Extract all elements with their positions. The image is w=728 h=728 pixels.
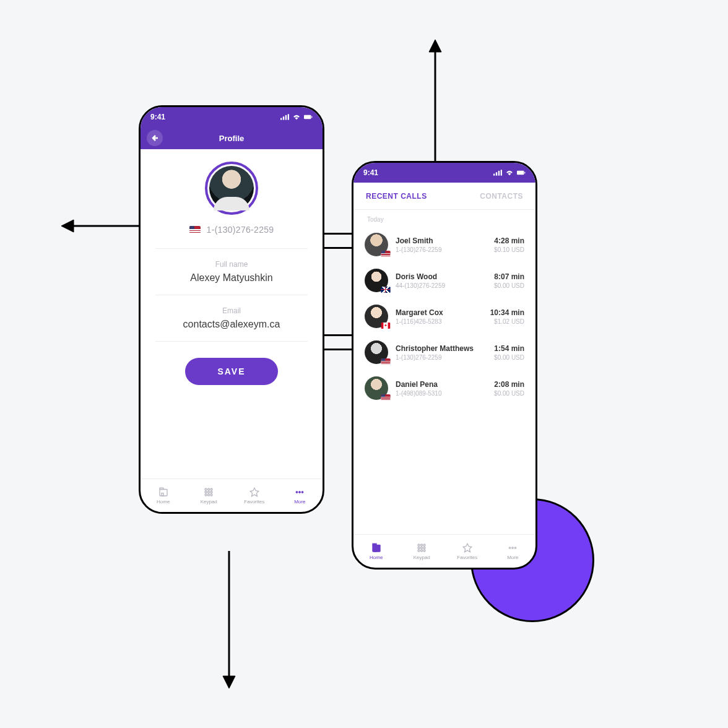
tab-keypad[interactable]: Keypad	[399, 535, 445, 568]
more-icon	[507, 542, 518, 553]
svg-point-37	[421, 544, 423, 546]
svg-point-23	[210, 494, 212, 496]
flag-icon-us	[381, 251, 390, 257]
section-today: Today	[353, 210, 535, 227]
calls-sub-tabs: RECENT CALLS CONTACTS	[353, 183, 535, 210]
flag-icon-us	[381, 358, 390, 365]
tab-more-label: More	[294, 499, 305, 505]
call-row[interactable]: Christopher Matthews 1-(130)276-2259 1:5…	[353, 334, 535, 370]
call-name: Joel Smith	[396, 236, 487, 245]
home-icon	[371, 542, 382, 553]
tab-favorites-label: Favorites	[244, 499, 264, 505]
svg-point-38	[423, 544, 425, 546]
tab-home-label: Home	[370, 555, 383, 560]
svg-marker-5	[223, 676, 235, 688]
call-name: Christopher Matthews	[396, 344, 487, 353]
tab-more[interactable]: More	[490, 535, 536, 568]
avatar	[365, 305, 388, 328]
call-name: Doris Wood	[396, 272, 487, 281]
svg-rect-13	[162, 493, 163, 496]
save-button[interactable]: SAVE	[185, 358, 278, 385]
svg-rect-28	[496, 172, 497, 175]
svg-point-18	[205, 492, 207, 493]
call-row[interactable]: Joel Smith 1-(130)276-2259 4:28 min $0.1…	[353, 227, 535, 262]
tab-home-label: Home	[157, 499, 170, 505]
more-icon	[294, 487, 305, 498]
fullname-value: Alexey Matyushkin	[155, 272, 308, 284]
tab-keypad-label: Keypad	[201, 499, 217, 505]
tab-recent-calls[interactable]: RECENT CALLS	[366, 192, 427, 201]
call-phone: 1-(130)276-2259	[396, 354, 487, 361]
call-duration: 4:28 min	[494, 236, 524, 245]
svg-rect-32	[524, 172, 525, 174]
status-bar: 9:41	[141, 107, 323, 127]
call-cost: $0.00 USD	[494, 354, 524, 361]
avatar-image	[209, 166, 254, 210]
avatar[interactable]	[205, 162, 258, 215]
call-cost: $1.02 USD	[490, 318, 524, 325]
tab-contacts[interactable]: CONTACTS	[480, 192, 523, 201]
fullname-field[interactable]: Full name Alexey Matyushkin	[155, 249, 308, 295]
svg-point-40	[421, 547, 423, 549]
call-duration: 8:07 min	[494, 272, 524, 281]
calls-list[interactable]: Today Joel Smith 1-(130)276-2259 4:28 mi…	[353, 210, 535, 534]
tab-favorites[interactable]: Favorites	[444, 535, 490, 568]
call-phone: 1-(130)276-2259	[396, 246, 487, 253]
tab-bar: Home Keypad Favorites More	[141, 479, 323, 512]
profile-phone: 1-(130)276-2259	[155, 225, 308, 249]
svg-rect-7	[283, 116, 284, 119]
battery-icon	[517, 170, 526, 176]
call-row[interactable]: Margaret Cox 1-(116)426-5283 10:34 min $…	[353, 298, 535, 334]
call-phone: 1-(116)426-5283	[396, 318, 483, 325]
tab-favorites-label: Favorites	[457, 555, 477, 560]
phone-calls: 9:41 RECENT CALLS CONTACTS Today Joel Sm…	[352, 161, 537, 570]
svg-point-21	[205, 494, 207, 496]
tab-home[interactable]: Home	[353, 535, 399, 568]
avatar	[365, 340, 388, 364]
back-arrow-icon	[151, 134, 158, 142]
svg-point-24	[296, 492, 298, 493]
signal-icon	[280, 114, 289, 120]
svg-point-46	[512, 547, 514, 549]
call-row[interactable]: Daniel Pena 1-(498)089-5310 2:08 min $0.…	[353, 370, 535, 406]
email-value: contacts@alexeym.ca	[155, 319, 308, 330]
svg-rect-10	[304, 115, 311, 119]
svg-point-19	[208, 492, 210, 493]
call-row[interactable]: Doris Wood 44-(130)276-2259 8:07 min $0.…	[353, 262, 535, 298]
tab-favorites[interactable]: Favorites	[232, 479, 277, 512]
keypad-icon	[203, 487, 214, 498]
svg-point-25	[299, 492, 301, 493]
svg-point-42	[418, 550, 420, 552]
svg-point-45	[509, 547, 511, 549]
email-field[interactable]: Email contacts@alexeym.ca	[155, 295, 308, 342]
svg-point-44	[423, 550, 425, 552]
call-cost: $0.10 USD	[494, 246, 524, 253]
call-cost: $0.00 USD	[494, 390, 524, 397]
star-icon	[249, 487, 260, 498]
flag-icon-us	[189, 226, 201, 233]
fullname-label: Full name	[155, 260, 308, 269]
tab-more[interactable]: More	[277, 479, 323, 512]
svg-point-16	[208, 488, 210, 490]
svg-point-20	[210, 492, 212, 493]
profile-phone-number: 1-(130)276-2259	[207, 225, 274, 235]
signal-icon	[493, 170, 502, 176]
phone-profile: 9:41 Profile 1-(130)276-2259 Full name A…	[139, 105, 324, 514]
wifi-icon	[292, 114, 301, 120]
wifi-icon	[505, 170, 514, 176]
tab-keypad[interactable]: Keypad	[186, 479, 232, 512]
svg-point-41	[423, 547, 425, 549]
svg-point-15	[205, 488, 207, 490]
call-phone: 1-(498)089-5310	[396, 390, 487, 397]
svg-rect-27	[493, 174, 495, 176]
svg-rect-30	[501, 170, 502, 175]
back-button[interactable]	[147, 130, 163, 146]
status-bar: 9:41	[353, 163, 535, 183]
tab-home[interactable]: Home	[141, 479, 186, 512]
svg-point-47	[514, 547, 516, 549]
svg-rect-34	[375, 549, 376, 552]
svg-rect-11	[311, 116, 312, 118]
nav-bar: Profile	[141, 127, 323, 149]
flag-icon-us	[381, 394, 390, 401]
call-cost: $0.00 USD	[494, 282, 524, 289]
